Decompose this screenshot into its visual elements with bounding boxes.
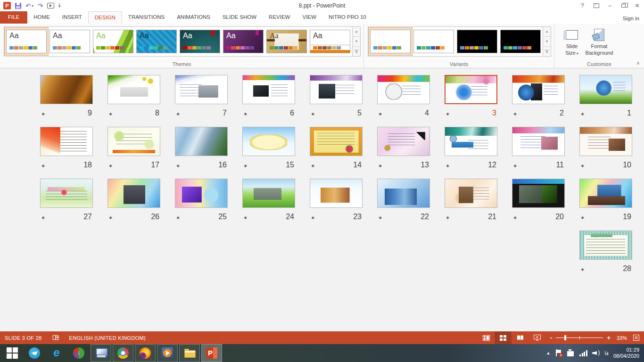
slide-size-button[interactable]: Slide Size xyxy=(558,25,586,62)
show-hidden-icons-button[interactable]: ▲ xyxy=(546,351,550,355)
tab-insert[interactable]: INSERT xyxy=(56,11,88,24)
language-indicator[interactable]: ENGLISH (UNITED KINGDOM) xyxy=(69,335,146,341)
tab-slide-show[interactable]: SLIDE SHOW xyxy=(216,11,263,24)
taskbar-remote-desktop-button[interactable] xyxy=(91,344,111,362)
slide-thumbnail-4[interactable] xyxy=(377,75,430,104)
minimize-button[interactable]: – xyxy=(603,0,617,11)
slide-thumbnail-8[interactable] xyxy=(107,75,160,104)
slide-thumbnail-26[interactable] xyxy=(107,179,160,208)
theme-integral[interactable]: Aa xyxy=(136,30,177,53)
network-signal-icon[interactable] xyxy=(579,350,587,356)
slide-thumbnail-22[interactable] xyxy=(377,179,430,208)
slide-thumbnail-6[interactable] xyxy=(242,75,295,104)
taskbar-idm-button[interactable] xyxy=(68,344,89,362)
taskbar-start-button[interactable] xyxy=(2,344,23,362)
close-button[interactable]: ✕ xyxy=(630,0,644,11)
variant-variant-2[interactable] xyxy=(413,30,454,53)
save-button[interactable] xyxy=(15,3,21,9)
sign-in-link[interactable]: Sign in xyxy=(623,16,639,21)
taskbar-internet-explorer-button[interactable]: e xyxy=(46,344,67,362)
variant-variant-1[interactable] xyxy=(370,30,411,53)
slide-thumbnail-23[interactable] xyxy=(310,179,363,208)
ribbon-display-options-button[interactable] xyxy=(589,0,603,11)
customize-qat-button[interactable]: ▾ xyxy=(58,4,61,8)
slide-thumbnail-3[interactable] xyxy=(445,75,497,104)
slideshow-view-button[interactable] xyxy=(528,331,545,344)
tab-design[interactable]: DESIGN xyxy=(88,11,122,24)
tab-view[interactable]: VIEW xyxy=(296,11,322,24)
theme-office-white[interactable]: Aa xyxy=(50,30,90,53)
theme-ion[interactable]: Aa xyxy=(180,30,220,53)
volume-icon[interactable] xyxy=(592,350,600,356)
slide-thumbnail-21[interactable] xyxy=(445,179,497,208)
theme-ion-boardroom[interactable]: Aa xyxy=(223,30,264,53)
theme-organic[interactable]: Aa xyxy=(266,30,307,53)
slide-thumbnail-14[interactable] xyxy=(310,127,363,156)
slide-thumbnail-10[interactable] xyxy=(579,127,632,156)
zoom-level[interactable]: 33% xyxy=(612,335,631,341)
tab-review[interactable]: REVIEW xyxy=(263,11,296,24)
theme-retrospect[interactable]: Aa xyxy=(310,30,350,53)
slide-thumbnail-27[interactable] xyxy=(40,179,93,208)
tab-home[interactable]: HOME xyxy=(27,11,56,24)
slide-thumbnail-12[interactable] xyxy=(445,127,497,156)
tab-nitro-pro-10[interactable]: NITRO PRO 10 xyxy=(322,11,372,24)
undo-button[interactable]: ↶▾ xyxy=(25,2,33,9)
slide-thumbnail-20[interactable] xyxy=(512,179,565,208)
slide-thumbnail-5[interactable] xyxy=(310,75,363,104)
slide-thumbnail-19[interactable] xyxy=(579,179,632,208)
slide-thumbnail-16[interactable] xyxy=(175,127,228,156)
format-background-button[interactable]: Format Background xyxy=(586,25,613,62)
reading-view-button[interactable] xyxy=(512,331,528,344)
slide-thumbnail-24[interactable] xyxy=(242,179,295,208)
zoom-slider[interactable] xyxy=(556,337,603,338)
undo-dropdown-icon[interactable]: ▾ xyxy=(32,4,33,8)
slide-thumbnail-2[interactable] xyxy=(512,75,565,104)
slide-thumbnail-17[interactable] xyxy=(107,127,160,156)
redo-button[interactable]: ↷ xyxy=(38,2,43,9)
tab-transitions[interactable]: TRANSITIONS xyxy=(122,11,171,24)
input-language-indicator[interactable]: فا xyxy=(604,350,609,356)
zoom-in-button[interactable]: + xyxy=(607,334,611,341)
zoom-slider-thumb[interactable] xyxy=(564,335,566,340)
normal-view-button[interactable] xyxy=(478,331,495,344)
collapse-ribbon-button[interactable]: ∧ xyxy=(636,60,640,66)
variant-variant-4[interactable] xyxy=(500,30,541,53)
slide-thumbnail-15[interactable] xyxy=(242,127,295,156)
variants-scroll-up-button[interactable]: ▲ xyxy=(543,27,551,37)
clock[interactable]: 01:29 08/04/2020 xyxy=(613,347,639,359)
taskbar-telegram-button[interactable] xyxy=(24,344,45,362)
spell-check-icon[interactable] xyxy=(52,335,59,341)
themes-more-button[interactable]: ▼ xyxy=(353,47,360,56)
tab-animations[interactable]: ANIMATIONS xyxy=(171,11,216,24)
battery-icon[interactable] xyxy=(566,349,575,357)
taskbar-media-player-button[interactable] xyxy=(157,344,178,362)
fit-slide-to-window-button[interactable] xyxy=(633,335,639,341)
slide-thumbnail-13[interactable] xyxy=(377,127,430,156)
slide-thumbnail-11[interactable] xyxy=(512,127,565,156)
slide-thumbnail-1[interactable] xyxy=(579,75,632,104)
variants-more-button[interactable]: ▼ xyxy=(543,47,551,56)
slide-thumbnail-9[interactable] xyxy=(40,75,93,104)
variants-scroll-down-button[interactable]: ▼ xyxy=(543,37,551,47)
tab-file[interactable]: FILE xyxy=(0,11,27,24)
taskbar-file-explorer-button[interactable] xyxy=(179,344,200,362)
themes-scroll-up-button[interactable]: ▲ xyxy=(353,27,360,37)
slide-thumbnail-28[interactable] xyxy=(579,230,632,260)
start-from-beginning-button[interactable] xyxy=(47,3,54,8)
taskbar-chrome-button[interactable] xyxy=(113,344,133,362)
taskbar-powerpoint-button[interactable] xyxy=(201,344,222,362)
slide-thumbnail-18[interactable] xyxy=(40,127,93,156)
theme-office[interactable]: Aa xyxy=(6,30,47,53)
taskbar-firefox-button[interactable] xyxy=(135,344,156,362)
restore-button[interactable] xyxy=(617,0,630,11)
themes-scroll-down-button[interactable]: ▼ xyxy=(353,37,360,47)
action-center-flag-icon[interactable]: ✕ xyxy=(555,349,561,357)
slide-thumbnail-25[interactable] xyxy=(175,179,228,208)
variant-variant-3[interactable] xyxy=(457,30,497,53)
help-button[interactable]: ? xyxy=(576,0,589,11)
slide-thumbnail-7[interactable] xyxy=(175,75,228,104)
slide-sorter-view-button[interactable] xyxy=(495,331,512,344)
theme-facet[interactable]: Aa xyxy=(93,30,133,53)
zoom-out-button[interactable]: - xyxy=(550,334,552,341)
